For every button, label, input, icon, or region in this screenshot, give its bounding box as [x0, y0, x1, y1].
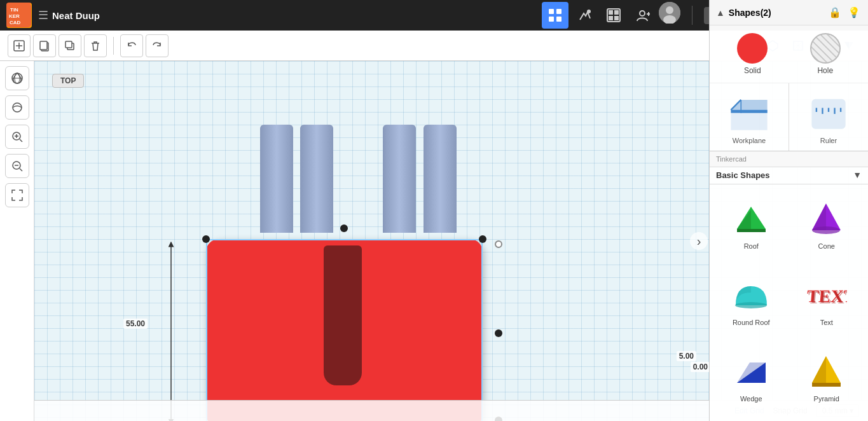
shapes-lib-title: Basic Shapes — [716, 170, 785, 180]
shapes-panel-header: ▲ Shapes(2) 🔒 💡 — [710, 0, 868, 25]
svg-point-61 — [735, 302, 767, 308]
svg-text:CAD: CAD — [10, 20, 21, 25]
handle-tl[interactable] — [202, 235, 210, 243]
left-sidebar — [0, 61, 34, 421]
shapes-panel-title: Shapes(2) — [729, 8, 823, 18]
workplane-ruler-row: Workplane Ruler — [710, 83, 868, 151]
delete-button[interactable] — [84, 34, 107, 57]
roof-label: Roof — [744, 242, 759, 250]
panel-collapse-arrow[interactable]: › — [690, 232, 708, 250]
svg-point-14 — [640, 11, 645, 16]
shapes-grid: Roof Cone — [710, 184, 868, 421]
solid-hole-row: Solid Hole — [710, 25, 868, 83]
home-view-button[interactable] — [5, 66, 29, 90]
shapes-library-header: Tinkercad — [710, 151, 868, 167]
shapes-panel-lock-icon[interactable]: 🔒 — [827, 5, 843, 20]
project-title: Neat Duup — [52, 10, 100, 21]
pyramid-label: Pyramid — [814, 395, 839, 403]
fit-button[interactable] — [5, 183, 29, 207]
svg-rect-26 — [65, 41, 72, 48]
shape-wedge[interactable]: Wedge — [715, 342, 788, 416]
round-roof-icon — [729, 272, 773, 316]
new-button[interactable] — [8, 34, 31, 57]
user-avatar[interactable] — [659, 2, 680, 24]
view-label: TOP — [52, 74, 84, 88]
hole-circle-icon — [810, 33, 841, 64]
solid-label: Solid — [744, 66, 761, 75]
zoom-out-button[interactable] — [5, 154, 29, 178]
hole-label: Hole — [817, 66, 833, 75]
handle-tr[interactable] — [479, 235, 486, 243]
wedge-icon — [729, 348, 773, 392]
hole-option[interactable]: Hole — [810, 33, 841, 75]
svg-marker-57 — [737, 229, 766, 232]
tinkercad-logo[interactable]: TIN KER CAD — [6, 3, 32, 28]
svg-point-18 — [666, 6, 673, 14]
main-area: TOP 55.00 — [0, 61, 868, 421]
svg-marker-69 — [812, 383, 841, 387]
round-roof-label: Round Roof — [733, 319, 770, 326]
roof-icon — [729, 195, 773, 240]
pyramid-icon — [804, 348, 849, 392]
orbit-button[interactable] — [5, 95, 29, 120]
shapes-lib-dropdown-arrow[interactable]: ▼ — [853, 170, 862, 180]
dim-height-label: 55.00 — [123, 319, 148, 329]
solid-circle-icon — [737, 33, 768, 64]
workplane-button[interactable]: Workplane — [710, 83, 789, 151]
handle-tm[interactable] — [340, 224, 348, 232]
dim-vertical-arrow — [133, 239, 209, 421]
handle-br-inner[interactable] — [495, 240, 502, 248]
red-box-shape[interactable] — [206, 239, 483, 421]
wedge-label: Wedge — [740, 395, 762, 403]
shape-cone[interactable]: Cone — [790, 190, 864, 263]
redo-button[interactable] — [146, 34, 169, 57]
cylinder-1 — [260, 125, 293, 233]
zoom-in-button[interactable] — [5, 125, 29, 149]
svg-marker-60 — [812, 204, 826, 230]
shapes-panel-visibility-icon[interactable]: 💡 — [846, 5, 862, 20]
svg-rect-5 — [556, 9, 561, 14]
svg-line-37 — [20, 139, 22, 142]
gallery-button[interactable] — [600, 2, 627, 29]
undo-button[interactable] — [120, 34, 143, 57]
svg-rect-10 — [609, 10, 613, 15]
cone-icon — [804, 195, 849, 240]
svg-marker-68 — [812, 356, 826, 383]
shape-text[interactable]: TEXT TEXT Text — [790, 266, 864, 340]
svg-rect-46 — [731, 110, 767, 130]
svg-rect-49 — [813, 100, 845, 128]
cylinder-4 — [424, 125, 457, 233]
svg-rect-6 — [549, 17, 554, 22]
svg-rect-7 — [556, 17, 561, 22]
shapes-panel: ▲ Shapes(2) 🔒 💡 Solid Hole — [709, 0, 868, 421]
copy-button[interactable] — [33, 34, 56, 57]
grid-view-button[interactable] — [542, 2, 568, 29]
shape-roof[interactable]: Roof — [715, 190, 788, 263]
cylinder-3 — [383, 125, 416, 233]
add-user-button[interactable] — [630, 2, 656, 29]
cylinder-2 — [300, 125, 333, 233]
shapes-panel-collapse-arrow[interactable]: ▲ — [716, 8, 725, 18]
svg-rect-4 — [549, 9, 554, 14]
ruler-button[interactable]: Ruler — [789, 83, 868, 151]
ruler-label: Ruler — [820, 137, 837, 144]
svg-line-41 — [20, 169, 22, 171]
duplicate-button[interactable] — [59, 34, 81, 57]
shape-pyramid[interactable]: Pyramid — [790, 342, 864, 416]
svg-rect-12 — [609, 16, 613, 20]
shapes-lib-name-row: Basic Shapes ▼ — [710, 167, 868, 184]
meas-right: 5.00 — [677, 351, 696, 361]
svg-rect-13 — [614, 16, 619, 20]
solid-option[interactable]: Solid — [737, 33, 768, 75]
handle-mr[interactable] — [495, 329, 502, 337]
topbar-icons — [542, 2, 680, 29]
meas-bottom-right: 0.00 — [691, 362, 710, 372]
build-button[interactable] — [571, 2, 598, 29]
svg-text:TEXT: TEXT — [808, 287, 848, 307]
svg-text:TIN: TIN — [10, 7, 18, 13]
svg-point-35 — [13, 103, 22, 112]
dark-slot-shape — [324, 245, 362, 385]
shape-round-roof[interactable]: Round Roof — [715, 266, 788, 340]
svg-rect-24 — [40, 41, 47, 50]
svg-text:KER: KER — [9, 13, 20, 19]
